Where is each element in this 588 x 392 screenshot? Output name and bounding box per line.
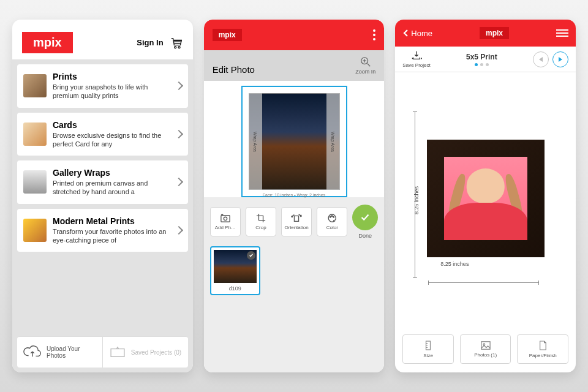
category-title: Prints <box>53 72 170 81</box>
category-title: Cards <box>53 120 170 130</box>
crop-frame[interactable]: Wrap Area Wrap Area Face: 10 inches • Wr… <box>241 86 347 197</box>
paper-finish-tab[interactable]: Paper/Finish <box>517 334 568 364</box>
svg-rect-6 <box>295 216 299 221</box>
header-right: Sign In <box>137 37 183 49</box>
category-metal-prints[interactable]: Modern Metal Prints Transform your favor… <box>17 209 188 252</box>
footer-actions: Upload Your Photos Saved Projects (0) <box>17 336 188 368</box>
category-thumb <box>23 74 47 97</box>
footer-tabs: Size Photos (1) Paper/Finish <box>395 328 576 372</box>
svg-point-1 <box>178 46 180 48</box>
category-cards[interactable]: Cards Browse exclusive designs to find t… <box>17 113 188 156</box>
photo-subject <box>444 157 527 240</box>
zoom-in-icon <box>360 56 371 67</box>
svg-point-9 <box>333 216 334 217</box>
rotate-icon <box>291 213 302 223</box>
check-icon <box>359 211 371 224</box>
category-text: Prints Bring your snapshots to life with… <box>53 72 170 100</box>
photo <box>444 157 527 240</box>
svg-rect-2 <box>111 349 124 357</box>
category-thumb <box>23 219 47 242</box>
crop-button[interactable]: Crop <box>246 207 276 236</box>
save-project-button[interactable]: Save Project <box>402 50 430 68</box>
page-title: Edit Photo <box>213 64 255 75</box>
nav-arrows <box>533 51 568 67</box>
category-thumb <box>23 170 47 194</box>
upload-photos-button[interactable]: Upload Your Photos <box>17 337 103 368</box>
category-title: Gallery Wraps <box>53 168 170 178</box>
save-label: Save Project <box>402 62 430 68</box>
category-list: Prints Bring your snapshots to life with… <box>12 59 193 372</box>
menu-icon[interactable] <box>556 29 568 37</box>
triangle-left-icon <box>538 56 543 62</box>
done-label: Done <box>352 233 378 239</box>
photo-editor[interactable]: Wrap Area Wrap Area Face: 10 inches • Wr… <box>204 81 385 197</box>
chevron-right-icon <box>175 81 183 90</box>
frame-icon <box>109 346 126 358</box>
screen-print-preview: Home mpix Save Project 5x5 Print 8.25 in… <box>395 20 576 372</box>
saved-projects-button[interactable]: Saved Projects (0) <box>103 337 188 368</box>
svg-point-8 <box>331 216 333 217</box>
photo-thumbnail[interactable]: d109 <box>210 246 260 295</box>
category-text: Gallery Wraps Printed on premium canvas … <box>53 168 170 197</box>
title-block: 5x5 Print <box>466 53 497 66</box>
done-button[interactable] <box>352 205 378 230</box>
print-preview: 8.25 inches 8.25 inches <box>395 72 576 328</box>
tab-label: Size <box>423 353 433 358</box>
screen-edit-photo: mpix Edit Photo Zoom In Wrap Area Wrap A… <box>204 20 385 372</box>
orientation-button[interactable]: Orientation <box>281 207 312 236</box>
dimension-horizontal: 8.25 inches <box>440 261 469 267</box>
logo: mpix <box>480 27 509 39</box>
header: mpix Sign In <box>12 20 193 59</box>
print-title: 5x5 Print <box>466 53 497 61</box>
dimension-line-horizontal <box>428 282 539 283</box>
logo: mpix <box>22 32 73 53</box>
zoom-label: Zoom In <box>355 69 375 75</box>
sign-in-link[interactable]: Sign In <box>137 38 163 47</box>
category-gallery-wraps[interactable]: Gallery Wraps Printed on premium canvas … <box>17 160 188 204</box>
svg-point-5 <box>224 217 227 220</box>
size-tab[interactable]: Size <box>402 334 454 364</box>
cart-icon[interactable] <box>170 37 183 49</box>
more-icon[interactable] <box>373 29 375 40</box>
category-title: Modern Metal Prints <box>53 216 170 226</box>
camera-plus-icon <box>220 213 231 223</box>
tool-label: Orientation <box>285 225 309 230</box>
chevron-left-icon <box>402 29 409 37</box>
chevron-right-icon <box>175 178 183 186</box>
tool-label: Crop <box>255 225 266 230</box>
logo: mpix <box>213 29 242 41</box>
palette-icon <box>327 213 337 223</box>
crop-dimensions: Face: 10 inches • Wrap: 2 inches <box>243 193 346 197</box>
triangle-right-icon <box>558 56 563 62</box>
svg-rect-4 <box>221 216 230 222</box>
edit-toolbar: Add Ph… Crop Orientation Color Done <box>204 197 385 246</box>
add-photo-button[interactable]: Add Ph… <box>210 207 241 236</box>
category-prints[interactable]: Prints Bring your snapshots to life with… <box>17 64 188 108</box>
category-desc: Transform your favorite photos into an e… <box>53 227 170 245</box>
prev-button[interactable] <box>533 51 549 67</box>
category-text: Modern Metal Prints Transform your favor… <box>53 216 170 245</box>
category-desc: Printed on premium canvas and stretched … <box>53 179 170 197</box>
photos-tab[interactable]: Photos (1) <box>460 334 511 364</box>
tool-label: Color <box>326 225 338 230</box>
thumbnail-strip: d109 <box>204 246 385 372</box>
home-label: Home <box>411 29 432 38</box>
tab-label: Paper/Finish <box>529 353 557 358</box>
image-icon <box>480 341 491 350</box>
tool-label: Add Ph… <box>215 225 236 230</box>
header: mpix <box>204 20 385 50</box>
header: Home mpix <box>395 20 576 47</box>
color-button[interactable]: Color <box>317 207 347 236</box>
upload-label: Upload Your Photos <box>47 345 96 359</box>
category-desc: Browse exclusive designs to find the per… <box>53 131 170 149</box>
ruler-icon <box>424 340 432 351</box>
category-thumb <box>23 123 47 146</box>
save-icon <box>411 50 422 61</box>
crop-icon <box>256 213 266 223</box>
wrap-area-left: Wrap Area <box>249 93 262 190</box>
next-button[interactable] <box>552 51 568 67</box>
home-button[interactable]: Home <box>402 29 432 38</box>
dimension-vertical: 8.25 inches <box>413 186 420 214</box>
framed-photo[interactable] <box>427 140 545 257</box>
zoom-in-button[interactable]: Zoom In <box>355 56 375 75</box>
